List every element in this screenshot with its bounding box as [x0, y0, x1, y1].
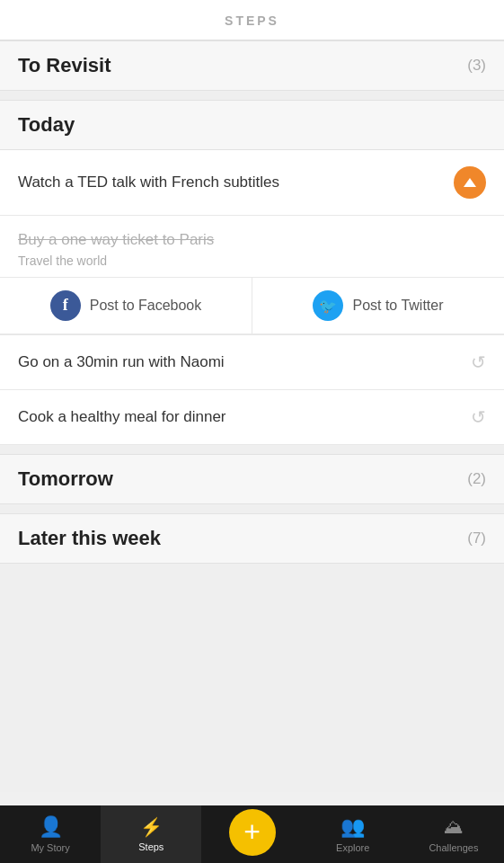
- steps-label: Steps: [138, 841, 164, 852]
- twitter-icon: [313, 290, 343, 321]
- paris-description: Travel the world: [0, 254, 504, 277]
- explore-icon: 👥: [340, 815, 365, 839]
- page-title: STEPS: [225, 13, 279, 28]
- section-tomorrow: Tomorrow (2): [0, 454, 504, 504]
- section-to-revisit-count: (3): [467, 57, 486, 75]
- steps-icon: ⚡: [140, 816, 163, 838]
- gap-2: [0, 445, 504, 454]
- challenges-label: Challenges: [429, 842, 478, 853]
- nav-challenges[interactable]: ⛰ Challenges: [403, 805, 504, 863]
- nav-steps[interactable]: ⚡ Steps: [101, 805, 201, 863]
- section-to-revisit: To Revisit (3): [0, 40, 504, 91]
- list-item-cook[interactable]: Cook a healthy meal for dinner ↺: [0, 390, 504, 445]
- scroll-area: To Revisit (3) Today Watch a TED talk wi…: [0, 40, 504, 792]
- challenges-icon: ⛰: [444, 815, 464, 839]
- twitter-label: Post to Twitter: [352, 298, 443, 314]
- add-button[interactable]: [229, 809, 276, 856]
- bottom-nav: 👤 My Story ⚡ Steps 👥 Explore ⛰ Challenge…: [0, 805, 504, 863]
- my-story-label: My Story: [31, 842, 69, 853]
- nav-my-story[interactable]: 👤 My Story: [0, 805, 101, 863]
- app-header: STEPS: [0, 0, 504, 40]
- section-later-count: (7): [467, 529, 486, 547]
- my-story-icon: 👤: [39, 815, 63, 839]
- run-text: Go on a 30min run with Naomi: [18, 352, 471, 372]
- section-tomorrow-title: Tomorrow: [18, 467, 113, 491]
- paris-description-text: Travel the world: [18, 254, 107, 268]
- completed-block-paris: Buy a one way ticket to Paris Travel the…: [0, 216, 504, 335]
- list-item-run[interactable]: Go on a 30min run with Naomi ↺: [0, 335, 504, 390]
- nav-explore[interactable]: 👥 Explore: [303, 805, 403, 863]
- facebook-label: Post to Facebook: [90, 298, 202, 314]
- paris-ticket-item: Buy a one way ticket to Paris: [0, 216, 504, 254]
- section-today-title: Today: [18, 113, 75, 137]
- facebook-button[interactable]: Post to Facebook: [0, 278, 252, 334]
- section-later-title: Later this week: [18, 527, 161, 550]
- gap-3: [0, 504, 504, 513]
- facebook-icon: [50, 290, 81, 321]
- section-tomorrow-count: (2): [467, 470, 486, 488]
- explore-label: Explore: [336, 842, 369, 853]
- twitter-button[interactable]: Post to Twitter: [252, 278, 504, 334]
- section-to-revisit-title: To Revisit: [18, 54, 111, 77]
- social-share-row: Post to Facebook Post to Twitter: [0, 277, 504, 334]
- cook-text: Cook a healthy meal for dinner: [18, 407, 471, 427]
- section-later: Later this week (7): [0, 513, 504, 564]
- nav-add[interactable]: [201, 805, 302, 863]
- paris-ticket-text: Buy a one way ticket to Paris: [18, 231, 214, 248]
- recurring-icon-cook: ↺: [471, 406, 486, 428]
- section-today: Today: [0, 100, 504, 150]
- list-item-ted-talk[interactable]: Watch a TED talk with French subtitles: [0, 150, 504, 216]
- gap-1: [0, 91, 504, 100]
- orange-up-button[interactable]: [454, 166, 486, 199]
- recurring-icon-run: ↺: [471, 351, 486, 373]
- ted-talk-text: Watch a TED talk with French subtitles: [18, 173, 454, 192]
